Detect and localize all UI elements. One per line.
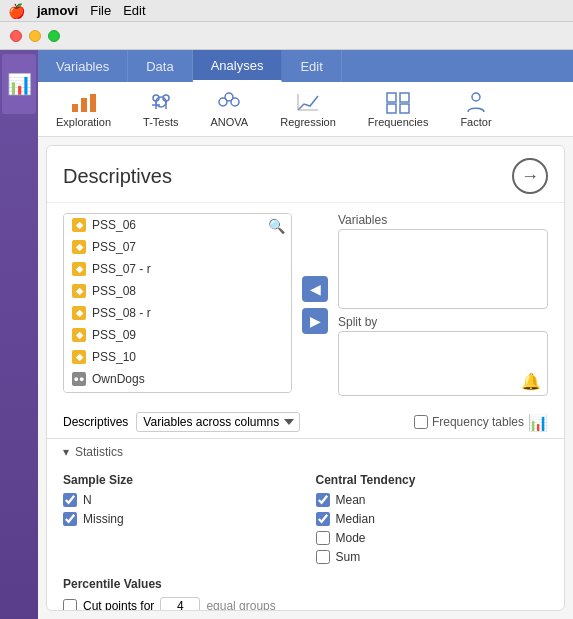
list-item[interactable]: ◆ PSS_06 (64, 214, 291, 236)
search-icon[interactable]: 🔍 (268, 218, 285, 234)
toolbar-regression[interactable]: Regression (274, 88, 342, 130)
maximize-button[interactable] (48, 30, 60, 42)
svg-rect-0 (72, 104, 78, 112)
frequency-tables-checkbox[interactable] (414, 415, 428, 429)
variable-list[interactable]: 🔍 ◆ PSS_06 ◆ PSS_07 ◆ (63, 213, 292, 393)
missing-label: Missing (83, 512, 124, 526)
edit-menu[interactable]: Edit (123, 3, 145, 18)
var-list-items: ◆ PSS_06 ◆ PSS_07 ◆ PSS_07 - r (64, 214, 291, 393)
panel-title: Descriptives (63, 165, 172, 188)
move-right-button[interactable]: ▶ (302, 308, 328, 334)
cut-points-row: Cut points for equal groups (63, 597, 548, 611)
frequency-tables-label: Frequency tables (432, 415, 524, 429)
mode-checkbox[interactable] (316, 531, 330, 545)
var-label: PSS_10 (92, 350, 136, 364)
sidebar-logo: 📊 (2, 54, 36, 114)
central-tendency-title: Central Tendency (316, 473, 549, 487)
tab-analyses[interactable]: Analyses (193, 50, 283, 82)
toolbar-exploration[interactable]: Exploration (50, 88, 117, 130)
var-type-icon: ◆ (72, 350, 86, 364)
factor-label: Factor (460, 116, 491, 128)
list-item[interactable]: ◆ PSS_10 (64, 346, 291, 368)
right-panels: Variables Split by 🔔 (338, 213, 548, 396)
splitby-drop-zone[interactable]: 🔔 (338, 331, 548, 396)
n-checkbox[interactable] (63, 493, 77, 507)
list-item[interactable]: ◆ PSS_09 (64, 324, 291, 346)
variables-drop-label: Variables (338, 213, 548, 227)
main-content: Variables Data Analyses Edit Exploration (38, 50, 573, 619)
var-type-icon: ◆ (72, 218, 86, 232)
var-label: PSS_07 (92, 240, 136, 254)
exploration-label: Exploration (56, 116, 111, 128)
list-item[interactable]: ●● OwnDogs (64, 368, 291, 390)
stats-columns: Sample Size N Missing (63, 473, 548, 569)
svg-point-11 (231, 98, 239, 106)
svg-rect-14 (387, 93, 396, 102)
arrow-buttons: ◀ ▶ (302, 213, 328, 396)
mode-checkbox-row: Mode (316, 531, 549, 545)
var-type-icon: ●● (72, 372, 86, 386)
anova-label: ANOVA (211, 116, 249, 128)
list-item[interactable]: ◆ PSS_07 - r (64, 258, 291, 280)
variables-drop-zone[interactable] (338, 229, 548, 309)
frequencies-label: Frequencies (368, 116, 429, 128)
equal-groups-label: equal groups (206, 599, 275, 611)
panel-header: Descriptives → (47, 146, 564, 203)
list-item[interactable]: ◆ PSS_08 - r (64, 302, 291, 324)
exploration-icon (70, 90, 98, 114)
var-label: PSS_09 (92, 328, 136, 342)
sum-checkbox[interactable] (316, 550, 330, 564)
sample-size-column: Sample Size N Missing (63, 473, 296, 569)
var-label: PSS_08 - r (92, 306, 151, 320)
tab-bar: Variables Data Analyses Edit (38, 50, 573, 82)
descriptives-row-label: Descriptives (63, 415, 128, 429)
variables-drop-panel: Variables (338, 213, 548, 309)
median-checkbox[interactable] (316, 512, 330, 526)
tab-edit[interactable]: Edit (282, 50, 341, 82)
n-label: N (83, 493, 92, 507)
title-bar (0, 22, 573, 50)
toolbar-frequencies[interactable]: Frequencies (362, 88, 435, 130)
regression-icon (294, 90, 322, 114)
list-item[interactable]: ◆ PSS_08 (64, 280, 291, 302)
svg-rect-16 (387, 104, 396, 113)
descriptives-select[interactable]: Variables across columns Variables acros… (136, 412, 300, 432)
statistics-label: Statistics (75, 445, 123, 459)
file-menu[interactable]: File (90, 3, 111, 18)
missing-checkbox-row: Missing (63, 512, 296, 526)
svg-rect-1 (81, 98, 87, 112)
variables-section: 🔍 ◆ PSS_06 ◆ PSS_07 ◆ (47, 203, 564, 406)
list-item[interactable]: ✦ Mean (64, 390, 291, 393)
panel-arrow-button[interactable]: → (512, 158, 548, 194)
tab-variables[interactable]: Variables (38, 50, 128, 82)
cut-points-checkbox[interactable] (63, 599, 77, 611)
frequency-tables-section: Frequency tables 📊 (414, 413, 548, 432)
var-type-icon: ◆ (72, 328, 86, 342)
anova-icon (215, 90, 243, 114)
close-button[interactable] (10, 30, 22, 42)
regression-label: Regression (280, 116, 336, 128)
descriptives-panel: Descriptives → 🔍 ◆ PSS_06 (46, 145, 565, 611)
list-item[interactable]: ◆ PSS_07 (64, 236, 291, 258)
var-label: PSS_06 (92, 218, 136, 232)
tab-data[interactable]: Data (128, 50, 192, 82)
toolbar-ttests[interactable]: T-Tests (137, 88, 184, 130)
minimize-button[interactable] (29, 30, 41, 42)
toolbar: Exploration T-Tests (38, 82, 573, 137)
sum-label: Sum (336, 550, 361, 564)
toolbar-anova[interactable]: ANOVA (205, 88, 255, 130)
var-label: PSS_08 (92, 284, 136, 298)
mean-checkbox[interactable] (316, 493, 330, 507)
cut-points-input[interactable] (160, 597, 200, 611)
statistics-section: ▾ Statistics Sample Size N (47, 438, 564, 573)
toolbar-factor[interactable]: Factor (454, 88, 497, 130)
splitby-drop-label: Split by (338, 315, 548, 329)
apple-menu[interactable]: 🍎 (8, 3, 25, 19)
statistics-header[interactable]: ▾ Statistics (47, 439, 564, 465)
move-left-button[interactable]: ◀ (302, 276, 328, 302)
svg-rect-15 (400, 93, 409, 102)
drop-zone-icon: 🔔 (521, 372, 541, 391)
missing-checkbox[interactable] (63, 512, 77, 526)
app-name: jamovi (37, 3, 78, 18)
var-label: PSS_07 - r (92, 262, 151, 276)
